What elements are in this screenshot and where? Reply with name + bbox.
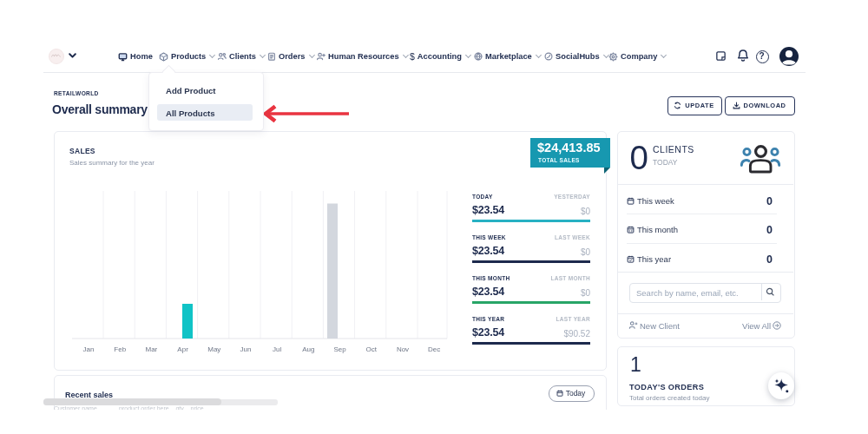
svg-text:Nov: Nov [397, 345, 409, 353]
svg-text:Apr: Apr [177, 345, 188, 353]
svg-text:Sep: Sep [333, 345, 346, 353]
svg-text:Oct: Oct [366, 345, 378, 353]
svg-text:Feb: Feb [114, 345, 126, 353]
svg-text:Jul: Jul [273, 345, 281, 353]
svg-text:Mar: Mar [146, 345, 158, 353]
svg-text:Dec: Dec [428, 345, 440, 353]
svg-text:Aug: Aug [302, 345, 314, 353]
svg-text:Jan: Jan [83, 345, 95, 353]
svg-text:May: May [207, 345, 220, 353]
svg-text:Jun: Jun [240, 345, 252, 353]
